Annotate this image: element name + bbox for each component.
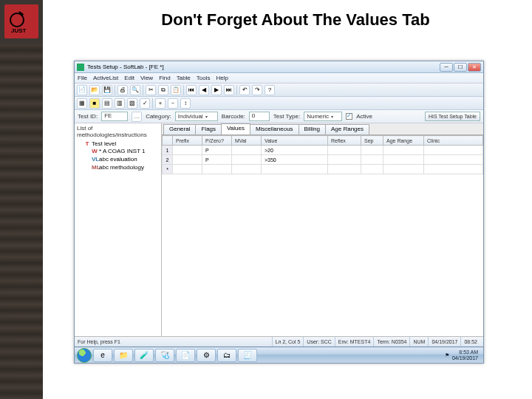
active-label: Active <box>356 113 372 120</box>
menu-find[interactable]: Find <box>159 75 171 81</box>
col-reflex[interactable]: Reflex <box>328 136 361 146</box>
t-icon: T <box>84 140 90 147</box>
tree-node-coag[interactable]: W* A COAG INST 1 <box>84 147 159 155</box>
redo-icon[interactable]: ↷ <box>252 85 262 95</box>
col-pzero[interactable]: P/Zero? <box>202 136 232 146</box>
check-icon[interactable]: ✓ <box>140 98 150 109</box>
task-ie-icon[interactable]: e <box>93 349 112 362</box>
new-icon[interactable]: 📄 <box>77 85 87 95</box>
table-row-new[interactable]: * <box>163 165 483 174</box>
col-age[interactable]: Age Range <box>383 136 424 146</box>
expand-icon[interactable]: ↕ <box>180 98 191 109</box>
tree-node-test-level[interactable]: TTest level W* A COAG INST 1 VLabc evalu… <box>77 140 159 172</box>
delete-icon[interactable]: － <box>168 98 178 109</box>
lookup-icon[interactable]: … <box>132 112 142 122</box>
close-button[interactable]: ✕ <box>468 63 481 72</box>
minimize-button[interactable]: ─ <box>440 63 453 72</box>
filterbar: Test ID: FE … Category: Individual Barco… <box>75 110 483 123</box>
task-app5-icon[interactable]: 🗂 <box>217 349 236 362</box>
tab-ageranges[interactable]: Age Ranges <box>325 124 369 134</box>
tree-node-method[interactable]: MLabc methodology <box>84 163 159 171</box>
col-prefix[interactable]: Prefix <box>173 136 202 146</box>
next-icon[interactable]: ▶ <box>211 85 222 95</box>
row-icon[interactable]: ▤ <box>102 98 112 109</box>
svg-text:JUST: JUST <box>11 27 27 34</box>
menu-table[interactable]: Table <box>177 75 191 81</box>
his-test-setup-button[interactable]: HIS Test Setup Table <box>425 112 480 121</box>
category-select[interactable]: Individual <box>175 112 218 121</box>
tab-general[interactable]: General <box>163 124 196 134</box>
status-user: User: SCC <box>303 337 334 347</box>
yellow-icon[interactable]: ■ <box>89 98 100 109</box>
col-icon[interactable]: ▥ <box>115 98 125 109</box>
tree-node-eval[interactable]: VLabc evaluation <box>84 155 159 163</box>
menu-edit[interactable]: Edit <box>124 75 134 81</box>
menu-view[interactable]: View <box>140 75 153 81</box>
window-title: Tests Setup - SoftLab - [FE *] <box>87 64 440 70</box>
active-checkbox[interactable] <box>346 113 352 120</box>
maximize-button[interactable]: ☐ <box>454 63 467 72</box>
menu-help[interactable]: Help <box>216 75 228 81</box>
menu-file[interactable]: File <box>78 75 87 81</box>
just-logo: JUST <box>4 4 38 38</box>
task-app2-icon[interactable]: 🩺 <box>155 349 174 362</box>
prev-icon[interactable]: ◀ <box>199 85 209 95</box>
table-row[interactable]: 1 P >20 <box>163 146 483 155</box>
undo-icon[interactable]: ↶ <box>239 85 250 95</box>
toolbar-2: ▦ ■ ▤ ▥ ▧ ✓ ＋ － ↕ <box>75 97 483 110</box>
status-pos: Ln 2, Col 5 <box>272 337 304 347</box>
preview-icon[interactable]: 🔍 <box>130 85 140 95</box>
task-explorer-icon[interactable]: 📁 <box>114 349 133 362</box>
toolbar-1: 📄 📂 💾 🖨 🔍 ✂ ⧉ 📋 ⏮ ◀ ▶ ⏭ ↶ ↷ ? <box>75 83 483 97</box>
statusbar: For Help, press F1 Ln 2, Col 5 User: SCC… <box>75 336 483 347</box>
status-date: 04/19/2017 <box>428 337 460 347</box>
slide-title: Don't Forget About The Values Tab <box>148 10 443 30</box>
left-pane: List of methodologies/instructions TTest… <box>75 123 162 336</box>
col-clinic[interactable]: Clinic <box>424 136 483 146</box>
status-env: Env: MTEST4 <box>335 337 374 347</box>
start-button[interactable] <box>77 348 92 363</box>
values-grid[interactable]: Prefix P/Zero? MVal Value Reflex Sep Age… <box>162 135 483 174</box>
w-icon: W <box>92 148 98 154</box>
menu-tools[interactable]: Tools <box>197 75 211 81</box>
test-id-input[interactable]: FE <box>101 112 128 121</box>
tab-billing[interactable]: Billing <box>299 124 326 134</box>
task-app4-icon[interactable]: ⚙ <box>197 349 216 362</box>
insert-icon[interactable]: ＋ <box>155 98 166 109</box>
test-type-label: Test Type: <box>273 113 300 120</box>
copy-icon[interactable]: ⧉ <box>158 85 168 95</box>
paste-icon[interactable]: 📋 <box>171 85 181 95</box>
col-sep[interactable]: Sep <box>361 136 383 146</box>
status-term: Term: N0354 <box>373 337 409 347</box>
tray-flag-icon[interactable]: ⚑ <box>445 352 449 358</box>
first-icon[interactable]: ⏮ <box>186 85 197 95</box>
titlebar[interactable]: Tests Setup - SoftLab - [FE *] ─ ☐ ✕ <box>75 61 483 73</box>
vl-icon: VL <box>92 156 98 163</box>
tree-caption: List of methodologies/instructions <box>77 125 159 140</box>
barcode-input[interactable]: 0 <box>249 112 270 121</box>
tray-date: 04/19/2017 <box>452 355 478 361</box>
task-app3-icon[interactable]: 📄 <box>176 349 195 362</box>
cut-icon[interactable]: ✂ <box>146 85 156 95</box>
table-icon[interactable]: ▧ <box>127 98 137 109</box>
tab-misc[interactable]: Miscellaneous <box>250 124 299 134</box>
open-icon[interactable]: 📂 <box>89 85 100 95</box>
tab-flags[interactable]: Flags <box>195 124 222 134</box>
table-row[interactable]: 2 P >350 <box>163 155 483 165</box>
task-app1-icon[interactable]: 🧪 <box>134 349 154 362</box>
barcode-label: Barcode: <box>222 113 245 120</box>
col-mval[interactable]: MVal <box>232 136 262 146</box>
last-icon[interactable]: ⏭ <box>224 85 234 95</box>
print-icon[interactable]: 🖨 <box>117 85 128 95</box>
col-value[interactable]: Value <box>262 136 328 146</box>
grid-icon[interactable]: ▦ <box>77 98 87 109</box>
status-time: 08:52 <box>460 337 480 347</box>
app-icon <box>77 64 84 71</box>
help-icon[interactable]: ? <box>265 85 275 95</box>
tab-values[interactable]: Values <box>221 123 250 134</box>
menu-activelist[interactable]: ActiveList <box>93 75 118 81</box>
task-app6-icon[interactable]: 🧾 <box>238 349 257 362</box>
save-icon[interactable]: 💾 <box>102 85 112 95</box>
test-type-select[interactable]: Numeric <box>304 112 342 121</box>
sidebar-texture <box>0 44 43 399</box>
